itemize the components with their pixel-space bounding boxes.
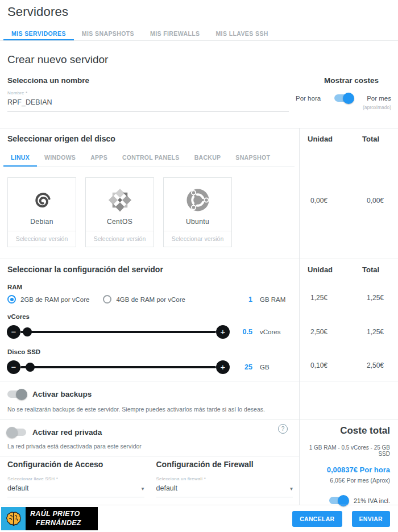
debian-logo-icon <box>8 178 76 213</box>
toggle-knob <box>6 427 18 438</box>
form-heading: Crear nuevo servidor <box>7 53 108 66</box>
approx-note: (aproximado) <box>296 105 391 110</box>
disk-tab-snapshot[interactable]: SNAPSHOT <box>228 149 277 167</box>
vcores-decrease-button[interactable]: − <box>7 325 20 339</box>
ssd-total-price: 2,50€ <box>367 361 384 369</box>
vcores-price-row: 2,50€ 1,25€ <box>300 328 398 336</box>
logo-line1: RAÚL PRIETO <box>30 510 98 519</box>
ssh-key-field-label: Seleccionar llave SSH * <box>7 476 144 481</box>
total-header: Total <box>362 135 379 143</box>
disk-unit-price: 0,00€ <box>310 197 367 205</box>
total-cost-section: Coste total 1 GB RAM - 0.5 vCores - 25 G… <box>300 419 398 504</box>
bottom-band: Activar red privada ? La red privada est… <box>0 419 398 505</box>
ssd-unit-label: GB <box>260 364 292 371</box>
vcores-slider[interactable] <box>20 325 216 339</box>
backups-toggle[interactable] <box>7 390 26 398</box>
ssd-decrease-button[interactable]: − <box>7 360 20 374</box>
vcores-slider-thumb[interactable] <box>23 327 32 336</box>
chevron-down-icon: ▾ <box>290 485 293 492</box>
name-section-title: Selecciona un nombre <box>7 76 289 85</box>
tab-mis-llaves-ssh[interactable]: MIS LLAVES SSH <box>208 25 276 40</box>
ssd-label: Disco SSD <box>7 348 299 355</box>
disk-tab-backup[interactable]: BACKUP <box>187 149 229 167</box>
logo-text: RAÚL PRIETO FERNÁNDEZ <box>26 507 98 530</box>
disk-total-price: 0,00€ <box>367 197 384 205</box>
show-costs-section: Mostrar costes Por hora Por mes (aproxim… <box>296 76 391 110</box>
private-network-toggle[interactable] <box>7 429 26 436</box>
disk-origin-band: Seleccionar origen del disco LINUX WINDO… <box>0 128 398 259</box>
ssd-slider-row: − + 25 GB <box>7 360 292 374</box>
cost-column-headers: Unidad Total <box>300 128 398 143</box>
page-title: Servidores <box>7 5 68 19</box>
config-section-title: Seleccionar la configuración del servido… <box>7 265 299 274</box>
ssh-key-value: default <box>7 484 29 492</box>
unidad-header: Unidad <box>308 135 362 143</box>
submit-button[interactable]: ENVIAR <box>352 511 390 527</box>
firewall-select[interactable]: default ▾ <box>156 484 293 497</box>
select-version-button[interactable]: Seleccionar versión <box>8 231 76 247</box>
help-icon[interactable]: ? <box>278 424 288 434</box>
vcores-slider-row: − + 0.5 vCores <box>7 325 292 339</box>
os-card-ubuntu[interactable]: Ubuntu Seleccionar versión <box>163 177 232 247</box>
vat-toggle[interactable] <box>329 497 348 504</box>
vcores-increase-button[interactable]: + <box>216 325 230 339</box>
total-cost-hourly: 0,00837€ Por hora <box>304 466 390 474</box>
footer-bar: RAÚL PRIETO FERNÁNDEZ CANCELAR ENVIAR <box>0 505 398 532</box>
unidad-header: Unidad <box>308 265 362 274</box>
os-card-debian[interactable]: Debian Seleccionar versión <box>7 177 76 247</box>
ram-unit-label: GB RAM <box>260 296 292 303</box>
firewall-field-label: Selecciona un firewall * <box>156 476 293 481</box>
server-name-input[interactable] <box>7 95 289 112</box>
centos-logo-icon <box>86 178 154 213</box>
cancel-button[interactable]: CANCELAR <box>292 511 342 527</box>
access-config-section: Configuración de Acceso Seleccionar llav… <box>7 460 144 497</box>
os-card-centos[interactable]: CentOS Seleccionar versión <box>85 177 154 247</box>
create-server-page: Servidores MIS SERVIDORES MIS SNAPSHOTS … <box>0 0 398 532</box>
ssd-unit-price: 0,10€ <box>310 361 367 369</box>
ssd-price-row: 0,10€ 2,50€ <box>300 361 398 369</box>
toggle-knob <box>16 389 27 400</box>
select-version-button[interactable]: Seleccionar versión <box>164 231 231 247</box>
tab-mis-servidores[interactable]: MIS SERVIDORES <box>3 25 74 40</box>
show-costs-title: Mostrar costes <box>296 76 391 85</box>
tab-mis-firewalls[interactable]: MIS FIREWALLS <box>142 25 208 40</box>
server-name-section: Selecciona un nombre Nombre * <box>7 76 289 112</box>
access-config-title: Configuración de Acceso <box>7 460 144 469</box>
firewall-value: default <box>156 484 178 492</box>
ssh-key-select[interactable]: default ▾ <box>7 484 144 497</box>
ssd-value: 25 <box>230 363 252 371</box>
ssd-slider[interactable] <box>20 360 216 374</box>
disk-price-row: 0,00€ 0,00€ <box>300 197 398 205</box>
select-version-button[interactable]: Seleccionar versión <box>86 231 154 247</box>
vcores-unit-label: vCores <box>260 329 292 335</box>
ram-unit-price: 1,25€ <box>310 294 367 302</box>
ram-value: 1 <box>230 296 252 304</box>
vcores-value: 0.5 <box>230 328 252 336</box>
disk-tab-bar: LINUX WINDOWS APPS CONTROL PANELS BACKUP… <box>3 149 295 167</box>
total-cost-title: Coste total <box>304 425 390 437</box>
cost-column-headers: Unidad Total <box>300 259 398 274</box>
firewall-config-section: Configuración de Firewall Selecciona un … <box>156 460 293 497</box>
main-tab-bar: MIS SERVIDORES MIS SNAPSHOTS MIS FIREWAL… <box>0 25 398 41</box>
total-cost-summary: 1 GB RAM - 0.5 vCores - 25 GB SSD <box>304 444 390 457</box>
ram-2gb-radio[interactable] <box>7 295 16 304</box>
name-field-label: Nombre * <box>7 90 289 95</box>
disk-tab-windows[interactable]: WINDOWS <box>37 149 83 167</box>
firewall-config-title: Configuración de Firewall <box>156 460 293 469</box>
toggle-knob <box>343 93 354 104</box>
backups-label: Activar backups <box>32 390 92 398</box>
show-costs-toggle[interactable] <box>334 94 353 102</box>
ssd-slider-thumb[interactable] <box>26 363 35 372</box>
ssd-increase-button[interactable]: + <box>216 360 230 374</box>
ram-4gb-radio[interactable] <box>103 295 111 304</box>
tab-mis-snapshots[interactable]: MIS SNAPSHOTS <box>74 25 142 40</box>
logo-line2: FERNÁNDEZ <box>30 519 98 528</box>
disk-section-title: Seleccionar origen del disco <box>7 134 299 143</box>
disk-tab-linux[interactable]: LINUX <box>3 149 37 167</box>
disk-tab-control-panels[interactable]: CONTROL PANELS <box>115 149 187 167</box>
disk-tab-apps[interactable]: APPS <box>83 149 115 167</box>
slider-track <box>20 331 216 333</box>
private-network-note: La red privada está desactivada para est… <box>7 443 292 450</box>
ram-price-row: 1,25€ 1,25€ <box>300 294 398 302</box>
ram-4gb-label: 4GB de RAM por vCore <box>116 296 185 303</box>
